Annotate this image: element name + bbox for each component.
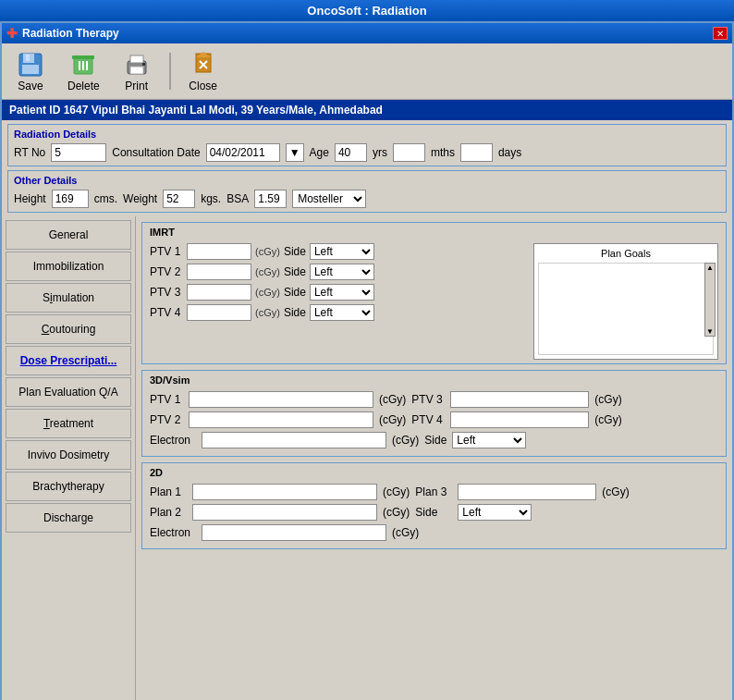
2d-electron-unit: (cGy) — [392, 526, 419, 539]
svg-rect-11 — [130, 67, 143, 74]
scrollbar[interactable]: ▲ ▼ — [704, 263, 716, 337]
close-button[interactable]: Close — [182, 47, 225, 95]
ptv4-unit: (cGy) — [255, 307, 280, 318]
3d-ptv4-input[interactable] — [450, 411, 589, 428]
3d-ptv3-label: PTV 3 — [411, 393, 445, 406]
age-input[interactable] — [335, 143, 367, 162]
ptv2-unit: (cGy) — [255, 266, 280, 277]
weight-label: Weight — [123, 192, 157, 205]
height-input[interactable] — [52, 190, 89, 208]
3d-ptv1-label: PTV 1 — [150, 393, 183, 406]
3d-side-select[interactable]: LeftRightBoth — [452, 432, 526, 448]
sidebar-item-invivo-dosimetry[interactable]: Invivo Dosimetry — [6, 440, 131, 470]
2d-plan2-input[interactable] — [192, 504, 377, 521]
bsa-input[interactable] — [254, 190, 287, 208]
2d-side-label: Side — [415, 506, 452, 519]
window-title-bar: ✚ Radiation Therapy ✕ — [2, 23, 732, 43]
print-button[interactable]: Print — [116, 47, 158, 95]
imrt-title: IMRT — [150, 227, 718, 238]
days-label: days — [498, 146, 521, 159]
ptv4-side-select[interactable]: LeftRightBoth — [310, 304, 374, 321]
2d-plan1-unit: (cGy) — [383, 485, 410, 498]
window-close-button[interactable]: ✕ — [713, 27, 728, 40]
ptv2-label: PTV 2 — [150, 265, 183, 278]
2d-row1: Plan 1 (cGy) Plan 3 (cGy) — [150, 484, 718, 500]
2d-plan2-unit: (cGy) — [383, 506, 410, 519]
3d-ptv2-input[interactable] — [189, 411, 373, 428]
consultation-date-input[interactable] — [206, 143, 280, 162]
print-icon — [122, 50, 152, 80]
3d-electron-input[interactable] — [202, 432, 386, 448]
ptv3-input[interactable] — [187, 284, 251, 301]
ptv2-input[interactable] — [187, 264, 251, 280]
sidebar-item-plan-evaluation[interactable]: Plan Evaluation Q/A — [6, 377, 131, 407]
delete-button[interactable]: Delete — [61, 47, 106, 95]
age-label: Age — [310, 146, 329, 159]
window-icon: ✚ — [6, 26, 18, 41]
bsa-method-select[interactable]: Mosteller DuBois — [292, 190, 366, 208]
ptv4-side-label: Side — [284, 306, 306, 319]
ptv1-label: PTV 1 — [150, 245, 183, 258]
other-details-section: Other Details Height cms. Weight kgs. BS… — [7, 170, 727, 213]
sidebar-item-discharge[interactable]: Discharge — [6, 503, 131, 533]
ptv4-input[interactable] — [187, 304, 251, 321]
3d-row2: PTV 2 (cGy) PTV 4 (cGy) — [150, 411, 718, 428]
3d-ptv4-label: PTV 4 — [411, 413, 445, 426]
svg-rect-2 — [22, 65, 39, 74]
2d-title: 2D — [150, 467, 718, 478]
3d-ptv3-input[interactable] — [450, 391, 589, 408]
main-area: General Immobilization Simulation Coutou… — [2, 216, 732, 700]
2d-plan3-input[interactable] — [458, 484, 596, 500]
3d-ptv1-input[interactable] — [189, 391, 373, 408]
sidebar: General Immobilization Simulation Coutou… — [2, 216, 136, 700]
sidebar-item-dose-prescripati[interactable]: Dose Prescripati... — [6, 346, 131, 375]
ptv1-side-select[interactable]: LeftRightBoth — [310, 243, 374, 260]
2d-electron-input[interactable] — [202, 524, 386, 541]
3d-ptv4-unit: (cGy) — [594, 413, 621, 426]
patient-bar: Patient ID 1647 Vipul Bhai Jayanti Lal M… — [2, 100, 732, 120]
2d-row3: Electron (cGy) — [150, 524, 718, 541]
3d-electron-label: Electron — [150, 434, 196, 447]
mths-input[interactable] — [393, 143, 425, 162]
ptv4-label: PTV 4 — [150, 306, 183, 319]
2d-plan1-input[interactable] — [192, 484, 377, 500]
radiation-details-row: RT No Consultation Date ▼ Age yrs mths d… — [14, 143, 720, 162]
ptv1-input[interactable] — [187, 243, 251, 260]
imrt-section: IMRT PTV 1 (cGy) Side LeftRightBoth — [141, 222, 727, 364]
delete-label: Delete — [67, 80, 100, 92]
ptv2-side-select[interactable]: LeftRightBoth — [310, 264, 374, 280]
sidebar-item-brachytherapy[interactable]: Brachytherapy — [6, 472, 131, 501]
svg-rect-10 — [130, 55, 143, 63]
svg-rect-5 — [72, 55, 94, 59]
content-panel: IMRT PTV 1 (cGy) Side LeftRightBoth — [136, 216, 732, 700]
2d-plan1-label: Plan 1 — [150, 485, 187, 498]
plan-goals-content — [538, 263, 714, 355]
sidebar-item-treatment[interactable]: Treatment — [6, 409, 131, 438]
weight-input[interactable] — [163, 190, 195, 208]
imrt-left: PTV 1 (cGy) Side LeftRightBoth PTV 2 — [150, 243, 526, 360]
save-button[interactable]: Save — [9, 47, 52, 95]
ptv3-side-select[interactable]: LeftRightBoth — [310, 284, 374, 301]
sidebar-item-simulation[interactable]: Simulation — [6, 283, 131, 313]
save-label: Save — [18, 80, 43, 92]
ptv4-row: PTV 4 (cGy) Side LeftRightBoth — [150, 304, 526, 321]
sidebar-item-immobilization[interactable]: Immobilization — [6, 252, 131, 281]
sidebar-item-general[interactable]: General — [6, 220, 131, 250]
radiation-details-label: Radiation Details — [14, 129, 720, 140]
2d-plan2-label: Plan 2 — [150, 506, 187, 519]
rt-no-input[interactable] — [51, 143, 106, 162]
ptv1-row: PTV 1 (cGy) Side LeftRightBoth — [150, 243, 526, 260]
ptv3-unit: (cGy) — [255, 287, 280, 298]
toolbar: Save Delete — [2, 43, 732, 100]
svg-rect-12 — [142, 63, 145, 66]
sidebar-item-coutouring[interactable]: Coutouring — [6, 314, 131, 344]
2d-electron-label: Electron — [150, 526, 196, 539]
days-input[interactable] — [460, 143, 493, 162]
ptv1-unit: (cGy) — [255, 246, 280, 257]
svg-rect-3 — [26, 55, 30, 61]
2d-side-select[interactable]: LeftRightBoth — [458, 504, 532, 521]
ptv2-side-label: Side — [284, 265, 306, 278]
3d-vsim-section: 3D/Vsim PTV 1 (cGy) PTV 3 (cGy) PTV 2 (c… — [141, 370, 727, 457]
consultation-date-label: Consultation Date — [112, 146, 200, 159]
date-dropdown-icon[interactable]: ▼ — [286, 143, 304, 162]
